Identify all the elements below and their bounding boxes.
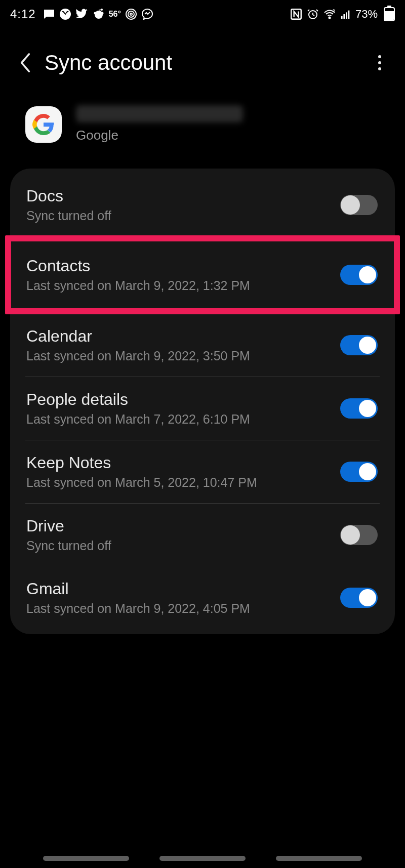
page-title: Sync account <box>45 51 370 75</box>
sync-item-title: Gmail <box>26 580 340 598</box>
sync-toggle[interactable] <box>340 462 378 482</box>
sync-item-subtitle: Last synced on March 5, 2022, 10:47 PM <box>26 475 340 490</box>
sync-item-subtitle: Last synced on March 7, 2022, 6:10 PM <box>26 412 340 427</box>
svg-point-6 <box>128 11 134 17</box>
svg-point-1 <box>95 11 103 19</box>
sync-item-docs[interactable]: DocsSync turned off <box>10 174 395 236</box>
sync-toggle[interactable] <box>340 335 378 355</box>
sync-item-subtitle: Sync turned off <box>26 209 340 223</box>
wifi-icon: 6 <box>323 8 336 20</box>
account-type-label: Google <box>76 128 243 143</box>
account-email-redacted <box>76 105 243 122</box>
sync-list: DocsSync turned offContactsLast synced o… <box>10 169 395 634</box>
more-options-button[interactable] <box>370 53 390 73</box>
sync-item-title: Calendar <box>26 327 340 346</box>
status-bar: 4:12 56° <box>0 0 405 25</box>
sync-item-calendar[interactable]: CalendarLast synced on March 9, 2022, 3:… <box>10 314 395 377</box>
signal-icon <box>340 9 351 20</box>
account-row[interactable]: Google <box>0 95 405 169</box>
sync-item-contacts[interactable]: ContactsLast synced on March 9, 2022, 1:… <box>10 236 395 313</box>
reddit-icon <box>93 8 105 20</box>
nav-back[interactable] <box>276 856 362 861</box>
sync-item-title: Contacts <box>26 257 340 275</box>
alarm-icon <box>307 8 319 20</box>
sync-item-title: Drive <box>26 517 340 535</box>
svg-point-3 <box>101 12 103 15</box>
sync-item-title: People details <box>26 390 340 409</box>
header: Sync account <box>0 25 405 95</box>
messenger-icon <box>141 8 153 20</box>
sync-item-gmail[interactable]: GmailLast synced on March 9, 2022, 4:05 … <box>10 566 395 629</box>
battery-icon <box>384 7 395 21</box>
nfc-icon <box>290 8 303 21</box>
xbox-icon <box>59 8 71 20</box>
svg-point-10 <box>329 17 330 19</box>
spiral-icon <box>125 8 137 20</box>
sync-toggle[interactable] <box>340 588 378 608</box>
svg-rect-13 <box>343 14 345 19</box>
gesture-nav-bar <box>0 856 405 861</box>
svg-point-7 <box>130 13 132 15</box>
status-clock: 4:12 <box>10 7 36 21</box>
messages-icon <box>43 8 55 20</box>
sync-toggle[interactable] <box>340 265 378 285</box>
sync-toggle[interactable] <box>340 398 378 419</box>
sync-item-keep-notes[interactable]: Keep NotesLast synced on March 5, 2022, … <box>10 440 395 503</box>
weather-temp: 56° <box>109 10 121 19</box>
svg-rect-14 <box>346 12 347 19</box>
sync-toggle[interactable] <box>340 525 378 545</box>
sync-item-subtitle: Last synced on March 9, 2022, 1:32 PM <box>26 278 340 293</box>
google-icon <box>25 106 62 143</box>
svg-rect-15 <box>348 11 350 19</box>
sync-toggle[interactable] <box>340 195 378 215</box>
nav-recents[interactable] <box>43 856 129 861</box>
sync-item-people-details[interactable]: People detailsLast synced on March 7, 20… <box>10 377 395 440</box>
back-button[interactable] <box>15 53 35 73</box>
sync-item-subtitle: Sync turned off <box>26 539 340 553</box>
svg-text:6: 6 <box>333 8 335 13</box>
twitter-icon <box>75 8 89 20</box>
sync-item-title: Keep Notes <box>26 453 340 472</box>
sync-item-subtitle: Last synced on March 9, 2022, 4:05 PM <box>26 601 340 616</box>
nav-home[interactable] <box>159 856 246 861</box>
sync-item-title: Docs <box>26 187 340 205</box>
svg-point-2 <box>94 12 96 15</box>
sync-item-subtitle: Last synced on March 9, 2022, 3:50 PM <box>26 349 340 363</box>
battery-percent: 73% <box>355 8 378 21</box>
sync-item-drive[interactable]: DriveSync turned off <box>10 504 395 566</box>
svg-rect-12 <box>341 16 343 19</box>
